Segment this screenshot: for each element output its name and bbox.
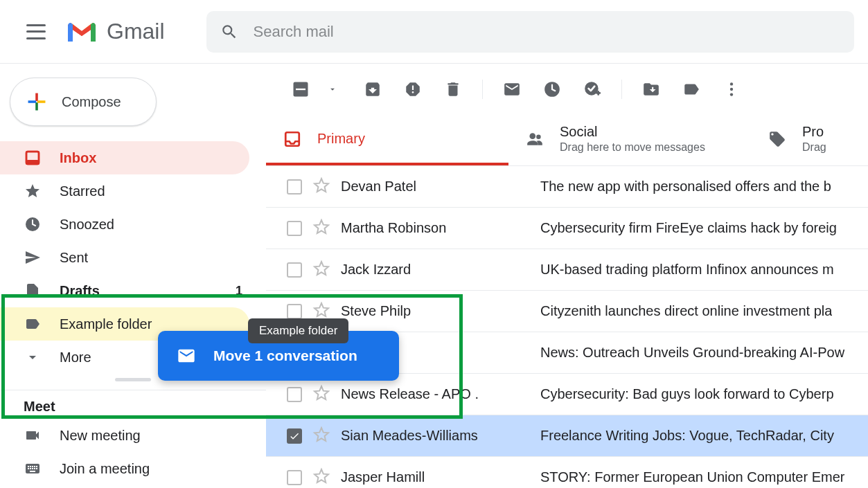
- snooze-button[interactable]: [538, 75, 566, 103]
- svg-rect-3: [37, 100, 46, 103]
- inbox-icon: [283, 129, 302, 149]
- star-icon[interactable]: [313, 219, 330, 238]
- select-dropdown-icon[interactable]: [319, 75, 346, 103]
- svg-point-17: [536, 134, 541, 139]
- star-icon[interactable]: [313, 385, 330, 404]
- search-input[interactable]: [254, 23, 840, 41]
- label-icon: [24, 315, 42, 333]
- main-menu-icon[interactable]: [26, 24, 46, 39]
- camera-icon: [24, 426, 42, 444]
- message-checkbox[interactable]: [287, 221, 302, 236]
- send-icon: [24, 248, 42, 266]
- nav-label: Example folder: [60, 316, 152, 332]
- meet-new-meeting[interactable]: New meeting: [0, 419, 249, 452]
- search-bar[interactable]: [206, 11, 854, 53]
- keyboard-icon: [24, 460, 42, 478]
- nav-label: Inbox: [60, 150, 96, 166]
- svg-point-12: [730, 82, 733, 85]
- gmail-m-icon: [65, 19, 98, 44]
- drag-card-label: Move 1 conversation: [213, 347, 357, 364]
- drag-overlay: Example folder Move 1 conversation: [158, 318, 399, 381]
- message-subject: UK-based trading platform Infinox announ…: [540, 262, 834, 278]
- nav-label: More: [60, 350, 91, 365]
- message-sender: Devan Patel: [341, 179, 529, 195]
- add-to-tasks-button[interactable]: [578, 75, 606, 103]
- meet-heading: Meet: [0, 390, 266, 419]
- message-toolbar: [266, 64, 868, 105]
- meet-join-meeting[interactable]: Join a meeting: [0, 452, 249, 485]
- mark-unread-button[interactable]: [498, 75, 526, 103]
- inbox-icon: [24, 149, 42, 167]
- star-icon: [24, 182, 42, 200]
- star-icon[interactable]: [313, 426, 330, 446]
- message-row[interactable]: Devan Patel The new app with personalise…: [266, 166, 868, 208]
- nav-starred[interactable]: Starred: [0, 174, 249, 208]
- svg-rect-9: [296, 89, 305, 90]
- move-to-button[interactable]: [637, 75, 665, 103]
- nav-inbox[interactable]: Inbox: [0, 141, 249, 174]
- message-subject: Cybersecurity: Bad guys look forward to …: [540, 386, 834, 402]
- nav-sent[interactable]: Sent: [0, 241, 249, 274]
- people-icon: [525, 129, 544, 149]
- tab-promotions[interactable]: Pro Drag: [751, 115, 843, 165]
- message-sender: Martha Robinson: [341, 220, 529, 236]
- main-panel: Primary Social Drag here to move message…: [266, 64, 868, 488]
- drag-tooltip: Example folder: [248, 318, 348, 343]
- star-icon[interactable]: [313, 260, 330, 280]
- message-row[interactable]: Jack Izzard UK-based trading platform In…: [266, 249, 868, 291]
- message-checkbox[interactable]: [287, 262, 302, 278]
- message-subject: The new app with personalised offers and…: [540, 179, 831, 195]
- message-row[interactable]: Sian Meades-Williams Freelance Writing J…: [266, 415, 868, 457]
- report-spam-button[interactable]: [399, 75, 427, 103]
- message-subject: Cityzenith launches direct online invest…: [540, 303, 832, 319]
- star-icon[interactable]: [313, 177, 330, 197]
- message-sender: Jack Izzard: [341, 262, 529, 278]
- svg-point-16: [529, 133, 535, 139]
- compose-label: Compose: [62, 94, 121, 110]
- gmail-logo[interactable]: Gmail: [65, 19, 165, 44]
- message-checkbox[interactable]: [287, 387, 302, 402]
- chevron-down-icon: [24, 348, 42, 366]
- toolbar-divider: [482, 80, 483, 99]
- nav-snoozed[interactable]: Snoozed: [0, 208, 249, 241]
- app-header: Gmail: [0, 0, 868, 64]
- nav-label: Drafts: [60, 283, 100, 299]
- message-row[interactable]: Jasper Hamill STORY: Former European Uni…: [266, 457, 868, 488]
- message-subject: Freelance Writing Jobs: Vogue, TechRadar…: [540, 428, 834, 444]
- nav-label: Join a meeting: [60, 461, 150, 477]
- nav-drafts[interactable]: Drafts 1: [0, 274, 249, 307]
- toolbar-divider: [621, 80, 622, 99]
- labels-button[interactable]: [677, 75, 705, 103]
- select-all-checkbox[interactable]: [287, 75, 315, 103]
- clock-icon: [24, 215, 42, 233]
- message-checkbox[interactable]: [287, 428, 302, 444]
- message-sender: Jasper Hamill: [341, 469, 529, 485]
- mail-icon: [175, 346, 198, 365]
- tab-sublabel: Drag: [802, 141, 826, 154]
- message-checkbox[interactable]: [287, 179, 302, 195]
- compose-button[interactable]: Compose: [10, 78, 157, 126]
- tab-social[interactable]: Social Drag here to move messages: [508, 115, 751, 165]
- message-row[interactable]: Martha Robinson Cybersecurity firm FireE…: [266, 208, 868, 249]
- svg-point-13: [730, 88, 733, 91]
- search-icon: [220, 23, 238, 41]
- tab-label: Social: [560, 124, 705, 140]
- resize-handle[interactable]: [115, 378, 151, 381]
- svg-point-14: [730, 93, 733, 96]
- message-checkbox[interactable]: [287, 470, 302, 485]
- archive-button[interactable]: [359, 75, 387, 103]
- star-icon[interactable]: [313, 468, 330, 487]
- nav-label: Snoozed: [60, 217, 114, 233]
- svg-rect-2: [28, 100, 37, 103]
- message-sender: Sian Meades-Williams: [341, 428, 529, 444]
- app-name: Gmail: [107, 19, 165, 44]
- nav-label: Sent: [60, 250, 88, 266]
- delete-button[interactable]: [439, 75, 467, 103]
- message-sender: News Release - APO .: [341, 386, 529, 402]
- svg-rect-1: [35, 102, 38, 111]
- plus-icon: [26, 91, 48, 113]
- message-checkbox[interactable]: [287, 304, 302, 319]
- more-actions-button[interactable]: [718, 75, 745, 103]
- sidebar: Compose Inbox Starred Snoozed Sent Draft…: [0, 64, 266, 488]
- tab-primary[interactable]: Primary: [266, 115, 508, 165]
